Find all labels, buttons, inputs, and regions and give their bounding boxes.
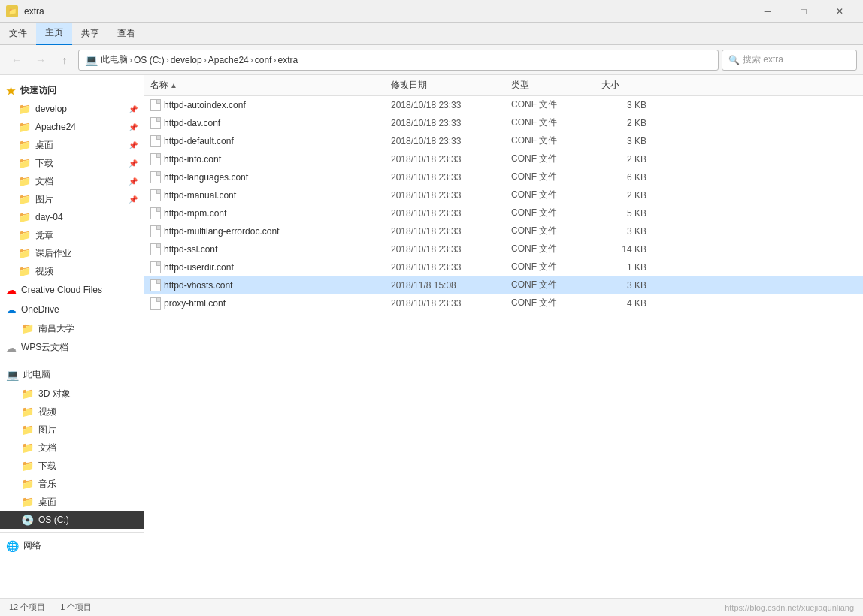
folder-icon: 📁 bbox=[18, 175, 31, 187]
window-title: extra bbox=[24, 6, 44, 17]
maximize-button[interactable]: □ bbox=[786, 0, 821, 23]
col-header-size[interactable]: 大小 bbox=[595, 76, 656, 95]
sidebar-item-documents[interactable]: 📁 文档 📌 bbox=[0, 172, 144, 190]
col-header-name[interactable]: 名称 ▲ bbox=[144, 76, 385, 95]
pin-icon: 📌 bbox=[129, 123, 138, 131]
file-name: httpd-ssl.conf bbox=[164, 244, 217, 255]
this-pc-label: 此电脑 bbox=[23, 368, 50, 381]
forward-button[interactable]: → bbox=[30, 50, 51, 71]
sidebar-item-dangzhang[interactable]: 📁 党章 bbox=[0, 226, 144, 244]
file-name: httpd-autoindex.conf bbox=[164, 100, 246, 110]
sidebar-item-apache24[interactable]: 📁 Apache24 📌 bbox=[0, 118, 144, 136]
sort-arrow-icon: ▲ bbox=[170, 81, 177, 89]
quick-access-header[interactable]: ★ 快速访问 bbox=[0, 81, 144, 100]
sidebar-item-music[interactable]: 📁 音乐 bbox=[0, 475, 144, 493]
folder-icon: 📁 bbox=[18, 157, 31, 169]
sidebar-item-videos-quick[interactable]: 📁 视频 bbox=[0, 262, 144, 280]
address-bar[interactable]: 💻 此电脑 › OS (C:) › develop › Apache24 › c… bbox=[78, 50, 719, 71]
table-row[interactable]: httpd-mpm.conf 2018/10/18 23:33 CONF 文件 … bbox=[144, 204, 863, 222]
table-row[interactable]: httpd-autoindex.conf 2018/10/18 23:33 CO… bbox=[144, 96, 863, 114]
file-name: httpd-languages.conf bbox=[164, 172, 248, 183]
wps-cloud-icon: ☁ bbox=[6, 342, 17, 354]
table-row[interactable]: httpd-manual.conf 2018/10/18 23:33 CONF … bbox=[144, 186, 863, 204]
quick-access-label: 快速访问 bbox=[20, 84, 56, 97]
table-row[interactable]: httpd-vhosts.conf 2018/11/8 15:08 CONF 文… bbox=[144, 276, 863, 294]
folder-icon: 📁 bbox=[18, 247, 31, 259]
sidebar-network[interactable]: 🌐 网络 bbox=[0, 536, 144, 556]
folder-icon: 📁 bbox=[18, 229, 31, 241]
sidebar-item-day04[interactable]: 📁 day-04 bbox=[0, 208, 144, 226]
table-row[interactable]: proxy-html.conf 2018/10/18 23:33 CONF 文件… bbox=[144, 294, 863, 313]
minimize-button[interactable]: ─ bbox=[750, 0, 785, 23]
sidebar-creative-cloud[interactable]: ☁ Creative Cloud Files bbox=[0, 280, 144, 300]
up-button[interactable]: ↑ bbox=[54, 50, 75, 71]
file-icon bbox=[150, 189, 161, 201]
file-name: httpd-multilang-errordoc.conf bbox=[164, 226, 279, 237]
folder-icon: 📁 bbox=[18, 193, 31, 205]
table-row[interactable]: httpd-multilang-errordoc.conf 2018/10/18… bbox=[144, 222, 863, 240]
sidebar-item-downloads[interactable]: 📁 下载 📌 bbox=[0, 154, 144, 172]
sidebar-item-pictures[interactable]: 📁 图片 📌 bbox=[0, 190, 144, 208]
folder-icon: 📁 bbox=[21, 442, 34, 454]
table-row[interactable]: httpd-ssl.conf 2018/10/18 23:33 CONF 文件 … bbox=[144, 240, 863, 258]
address-part-c[interactable]: OS (C:) bbox=[134, 55, 165, 65]
table-row[interactable]: httpd-info.conf 2018/10/18 23:33 CONF 文件… bbox=[144, 150, 863, 168]
sidebar-item-3dobjects[interactable]: 📁 3D 对象 bbox=[0, 385, 144, 403]
table-row[interactable]: httpd-userdir.conf 2018/10/18 23:33 CONF… bbox=[144, 258, 863, 276]
sidebar-wps[interactable]: ☁ WPS云文档 bbox=[0, 337, 144, 358]
address-part-extra[interactable]: extra bbox=[277, 55, 298, 65]
file-icon bbox=[150, 261, 161, 273]
menu-file[interactable]: 文件 bbox=[0, 23, 36, 45]
toolbar: ← → ↑ 💻 此电脑 › OS (C:) › develop › Apache… bbox=[0, 45, 863, 75]
watermark: https://blog.csdn.net/xuejiaqunliang bbox=[725, 603, 854, 612]
sidebar-this-pc[interactable]: 💻 此电脑 bbox=[0, 364, 144, 385]
sidebar-item-downloads-pc[interactable]: 📁 下载 bbox=[0, 457, 144, 475]
onedrive-label: OneDrive bbox=[21, 304, 59, 315]
close-button[interactable]: ✕ bbox=[822, 0, 857, 23]
table-row[interactable]: httpd-default.conf 2018/10/18 23:33 CONF… bbox=[144, 132, 863, 150]
file-icon bbox=[150, 153, 161, 165]
folder-icon: 📁 bbox=[21, 388, 34, 400]
network-label: 网络 bbox=[23, 539, 41, 552]
sidebar-onedrive[interactable]: ☁ OneDrive bbox=[0, 300, 144, 319]
menu-view[interactable]: 查看 bbox=[108, 23, 144, 45]
file-name: proxy-html.conf bbox=[164, 298, 226, 309]
status-bar: 12 个项目 1 个项目 https://blog.csdn.net/xueji… bbox=[0, 598, 863, 616]
menu-home[interactable]: 主页 bbox=[36, 23, 72, 45]
col-header-date[interactable]: 修改日期 bbox=[385, 76, 505, 95]
title-bar-controls: ─ □ ✕ bbox=[750, 0, 857, 23]
menu-bar: 文件 主页 共享 查看 bbox=[0, 23, 863, 45]
sidebar-item-os-drive[interactable]: 💿 OS (C:) bbox=[0, 511, 144, 529]
col-header-type[interactable]: 类型 bbox=[505, 76, 595, 95]
search-placeholder: 搜索 extra bbox=[743, 53, 783, 66]
title-bar-icons: 📁 bbox=[6, 5, 18, 17]
menu-share[interactable]: 共享 bbox=[72, 23, 108, 45]
star-icon: ★ bbox=[6, 85, 16, 97]
address-part-apache[interactable]: Apache24 bbox=[208, 55, 249, 65]
this-pc-icon: 💻 bbox=[6, 369, 19, 381]
pin-icon: 📌 bbox=[129, 159, 138, 168]
address-part-develop[interactable]: develop bbox=[171, 55, 202, 65]
sidebar-item-desktop[interactable]: 📁 桌面 📌 bbox=[0, 136, 144, 154]
file-icon bbox=[150, 225, 161, 237]
sidebar-item-videos[interactable]: 📁 视频 bbox=[0, 403, 144, 421]
back-button[interactable]: ← bbox=[6, 50, 27, 71]
sidebar-item-pictures[interactable]: 📁 图片 bbox=[0, 421, 144, 439]
folder-icon: 📁 bbox=[21, 478, 34, 490]
sidebar-item-nanchang[interactable]: 📁 南昌大学 bbox=[0, 319, 144, 337]
table-row[interactable]: httpd-dav.conf 2018/10/18 23:33 CONF 文件 … bbox=[144, 114, 863, 132]
sidebar-item-homework[interactable]: 📁 课后作业 bbox=[0, 244, 144, 262]
search-box[interactable]: 🔍 搜索 extra bbox=[722, 50, 857, 71]
address-part-conf[interactable]: conf bbox=[255, 55, 272, 65]
folder-icon: 📁 bbox=[21, 406, 34, 418]
address-part-pc[interactable]: 此电脑 bbox=[101, 53, 128, 66]
selected-info: 1 个项目 bbox=[60, 602, 92, 613]
sidebar-item-documents-pc[interactable]: 📁 文档 bbox=[0, 439, 144, 457]
table-row[interactable]: httpd-languages.conf 2018/10/18 23:33 CO… bbox=[144, 168, 863, 186]
file-icon bbox=[150, 207, 161, 219]
sidebar-item-develop[interactable]: 📁 develop 📌 bbox=[0, 100, 144, 118]
folder-icon: 📁 bbox=[21, 424, 34, 436]
sidebar-item-desktop-pc[interactable]: 📁 桌面 bbox=[0, 493, 144, 511]
file-icon bbox=[150, 243, 161, 255]
folder-icon: 📁 bbox=[21, 322, 34, 334]
